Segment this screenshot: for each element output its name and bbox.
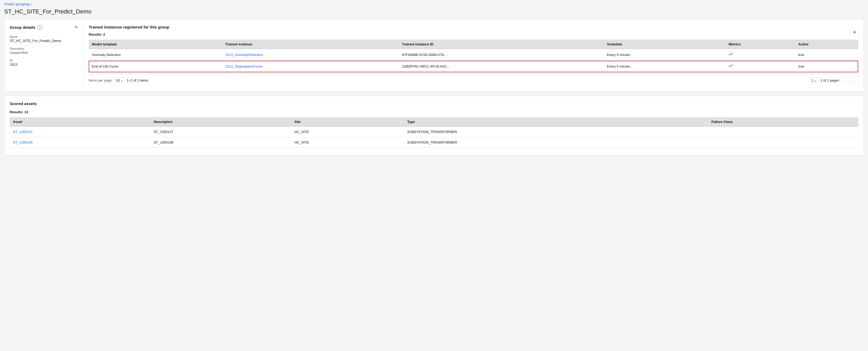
col-active: Active	[795, 40, 858, 49]
page-container: Predict grouping / ST_HC_SITE_For_Predic…	[0, 0, 868, 351]
name-field: Name ST_HC_SITE_For_Predict_Demo	[10, 35, 78, 43]
asset-cell[interactable]: ST_1393137	[10, 127, 151, 137]
next-page-button[interactable]: ›	[851, 76, 858, 84]
group-details-panel: Group details i ✎ Name ST_HC_SITE_For_Pr…	[4, 19, 84, 92]
trained-table-header-row: Model template Trained instance Trained …	[89, 40, 858, 49]
model-template-cell: Anomaly Detection	[89, 49, 222, 61]
id-value: 1013	[10, 63, 78, 66]
pagination-bar: Items per page: 10 ⌄ 1–2 of 2 items 1 ⌄ …	[89, 74, 858, 86]
items-per-page-label: Items per page:	[89, 78, 113, 82]
info-icon[interactable]: i	[37, 25, 42, 30]
edit-icon[interactable]: ✎	[74, 25, 78, 30]
col-model-template: Model template	[89, 40, 222, 49]
trained-instance-id-cell: 21BDFF6C-58CC-4FC8-AAC...	[399, 61, 604, 72]
col-schedule: Schedule	[604, 40, 725, 49]
active-cell: true	[795, 61, 858, 72]
failure-class-cell	[708, 127, 858, 137]
main-content-area: Group details i ✎ Name ST_HC_SITE_For_Pr…	[0, 19, 868, 96]
page-title: ST_HC_SITE_For_Predict_Demo	[0, 7, 868, 19]
metrics-cell[interactable]	[725, 49, 795, 61]
col-type: Type	[404, 117, 708, 127]
name-label: Name	[10, 35, 78, 38]
pagination-right: 1 ⌄ 1 of 1 pages ‹ ›	[810, 76, 858, 84]
metrics-chart-icon[interactable]	[728, 64, 733, 68]
description-cell: ST_1393138	[151, 137, 291, 148]
type-cell: SUBSTATION_TRANSFORMER	[404, 127, 708, 137]
active-cell: true	[795, 49, 858, 61]
col-description: Description	[151, 117, 291, 127]
scored-table-header-row: Asset Description Site Type Failure Clas…	[10, 117, 858, 127]
col-failure-class: Failure Class	[708, 117, 858, 127]
type-cell: SUBSTATION_TRANSFORMER	[404, 137, 708, 148]
table-row[interactable]: ST_1393137 ST_1393137 HC_SITE SUBSTATION…	[10, 127, 858, 137]
schedule-cell: Every 5 minute...	[604, 49, 725, 61]
trained-instance-cell[interactable]: 1013_DegradationCurve...	[222, 61, 399, 72]
failure-class-cell	[708, 137, 858, 148]
scored-assets-title: Scored assets	[10, 101, 858, 106]
page-total: 1 of 1 pages	[820, 78, 839, 82]
trained-instances-header: Trained instances registered for this gr…	[89, 25, 858, 40]
trained-instance-cell[interactable]: 1013_AnomalyDetection...	[222, 49, 399, 61]
prev-page-button[interactable]: ‹	[841, 76, 849, 84]
trained-results-count: Results: 2	[89, 32, 169, 36]
id-field: ID 1013	[10, 59, 78, 66]
site-cell: HC_SITE	[291, 127, 404, 137]
col-trained-instance: Trained instance	[222, 40, 399, 49]
model-template-cell: End of Life Curve	[89, 61, 222, 72]
group-details-header: Group details i ✎	[10, 25, 78, 30]
trained-instances-title: Trained instances registered for this gr…	[89, 25, 169, 29]
items-range: 1–2 of 2 items	[127, 78, 148, 82]
breadcrumb-link[interactable]: Predict grouping	[4, 2, 29, 6]
breadcrumb: Predict grouping /	[0, 0, 868, 7]
items-per-page-select[interactable]: 10 ⌄	[115, 77, 124, 83]
asset-cell[interactable]: ST_1393138	[10, 137, 151, 148]
scored-assets-table-container: Asset Description Site Type Failure Clas…	[10, 117, 858, 148]
col-trained-instance-id: Trained instance ID	[399, 40, 604, 49]
col-metrics: Metrics	[725, 40, 795, 49]
id-label: ID	[10, 59, 78, 62]
group-details-title-row: Group details i	[10, 25, 42, 30]
add-trained-instance-button[interactable]: +	[851, 29, 858, 36]
metrics-chart-icon[interactable]	[728, 52, 733, 57]
description-cell: ST_1393137	[151, 127, 291, 137]
description-label: Description	[10, 47, 78, 50]
group-details-title: Group details	[10, 25, 35, 30]
scored-assets-section: Scored assets Results: 13 Asset Descript…	[0, 96, 868, 162]
table-row[interactable]: Anomaly Detection 1013_AnomalyDetection.…	[89, 49, 858, 61]
schedule-cell: Every 5 minute...	[604, 61, 725, 72]
col-site: Site	[291, 117, 404, 127]
trained-instance-id-cell: 87F4698B-3C5D-4068-A76...	[399, 49, 604, 61]
trained-instances-table: Model template Trained instance Trained …	[89, 40, 858, 72]
scored-assets-table: Asset Description Site Type Failure Clas…	[10, 117, 858, 148]
site-cell: HC_SITE	[291, 137, 404, 148]
table-row[interactable]: ST_1393138 ST_1393138 HC_SITE SUBSTATION…	[10, 137, 858, 148]
description-value: Unspecified	[10, 51, 78, 55]
col-asset: Asset	[10, 117, 151, 127]
page-select[interactable]: 1 ⌄	[810, 77, 818, 83]
scored-assets-card: Scored assets Results: 13 Asset Descript…	[4, 96, 864, 155]
trained-instances-panel: Trained instances registered for this gr…	[84, 19, 864, 92]
description-field: Description Unspecified	[10, 47, 78, 55]
table-row[interactable]: End of Life Curve 1013_DegradationCurve.…	[89, 61, 858, 72]
name-value: ST_HC_SITE_For_Predict_Demo	[10, 39, 78, 43]
metrics-cell[interactable]	[725, 61, 795, 72]
trained-instances-table-container: Model template Trained instance Trained …	[89, 40, 858, 72]
breadcrumb-separator: /	[30, 2, 31, 6]
pagination-left: Items per page: 10 ⌄ 1–2 of 2 items	[89, 77, 148, 83]
scored-results-count: Results: 13	[10, 110, 858, 114]
